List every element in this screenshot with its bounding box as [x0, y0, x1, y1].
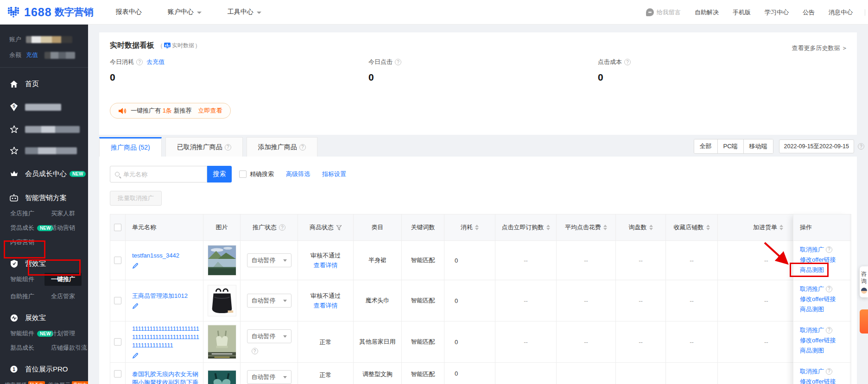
help-icon[interactable]: ?: [826, 327, 832, 334]
date-range-picker[interactable]: 2022-09-15至2022-09-15: [779, 139, 854, 153]
product-image-test-link[interactable]: 商品测图: [800, 265, 850, 275]
view-history-link[interactable]: 查看更多历史数据 ＞: [792, 44, 848, 52]
unit-name-link[interactable]: 1111111111111111111111111111111111111111…: [132, 325, 201, 350]
unit-name-link[interactable]: testfan1sss_3442: [132, 252, 179, 260]
teal-bra-photo[interactable]: [208, 370, 236, 384]
nav-account-center[interactable]: 账户中心: [168, 8, 202, 16]
product-image-test-link[interactable]: 商品测图: [800, 304, 850, 315]
sort-icon[interactable]: [546, 225, 550, 230]
row-checkbox[interactable]: [114, 297, 121, 304]
sidebar-item-self-promo[interactable]: 自助推广: [10, 292, 34, 301]
customer-service-tab[interactable]: 咨 询: [860, 266, 868, 297]
tab-promoted-products[interactable]: 推广商品 (52): [99, 137, 162, 157]
help-icon[interactable]: ?: [826, 286, 832, 292]
promo-status-select[interactable]: 自动暂停: [247, 253, 291, 267]
sidebar-section-yingxiaobao[interactable]: 营效宝: [0, 258, 88, 269]
advanced-filter-link[interactable]: 高级筛选: [286, 170, 310, 178]
sidebar-section-top-display-pro[interactable]: 1 首位展示PRO: [0, 364, 88, 374]
sidebar-item-store-manager[interactable]: 全店管家: [51, 292, 75, 301]
edit-offer-link[interactable]: 修改offer链接: [800, 255, 850, 265]
help-icon[interactable]: ?: [395, 59, 401, 65]
mountain-lake-photo[interactable]: [208, 245, 236, 276]
help-icon[interactable]: ?: [252, 348, 258, 354]
sidebar-item-redacted-1[interactable]: S: [0, 102, 88, 112]
sidebar-item-redacted-2[interactable]: [0, 124, 88, 134]
edit-pencil-icon[interactable]: [132, 263, 139, 269]
go-recharge-link[interactable]: 去充值: [146, 58, 165, 66]
help-icon[interactable]: ?: [826, 368, 832, 375]
cancel-promo-link[interactable]: 取消推广?: [800, 245, 850, 255]
view-detail-link[interactable]: 查看详情: [314, 301, 338, 310]
edit-pencil-icon[interactable]: [132, 353, 139, 359]
sidebar-item-search-display[interactable]: 搜索展播: [5, 381, 27, 384]
message-center-link[interactable]: 消息中心: [829, 8, 853, 17]
nav-report-center[interactable]: 报表中心: [116, 8, 142, 16]
sidebar-item-buyer-crowd[interactable]: 买家人群: [51, 209, 75, 218]
sidebar-item-activity-marketing[interactable]: 活动营销: [51, 224, 75, 232]
sidebar-item-smart-component-2[interactable]: 智能组件: [10, 329, 34, 338]
sort-icon[interactable]: [779, 225, 783, 230]
sidebar-item-product-growth[interactable]: 货品成长: [10, 224, 34, 232]
help-icon[interactable]: ?: [858, 143, 864, 150]
promo-status-select[interactable]: 自动暂停: [247, 294, 291, 308]
black-handbag-photo[interactable]: [208, 285, 236, 316]
help-icon[interactable]: ?: [225, 144, 231, 151]
learning-center-link[interactable]: 学习中心: [765, 8, 789, 17]
view-detail-link[interactable]: 查看详情: [314, 260, 338, 270]
batch-cancel-button[interactable]: 批量取消推广: [110, 191, 162, 206]
metric-settings-link[interactable]: 指标设置: [322, 170, 346, 178]
tab-add-products[interactable]: 添加推广商品?: [247, 137, 317, 157]
edit-offer-link[interactable]: 修改offer链接: [800, 335, 850, 346]
leave-message-link[interactable]: 给我留言: [646, 8, 681, 17]
sidebar-item-hot-product-traffic[interactable]: 店铺爆款引流: [51, 344, 87, 352]
sidebar-item-home[interactable]: 首页: [0, 79, 88, 89]
device-filter-all[interactable]: 全部: [694, 139, 718, 153]
sort-icon[interactable]: [706, 225, 710, 230]
logo[interactable]: 1688 数字营销: [6, 6, 94, 19]
mobile-version-link[interactable]: 手机版: [733, 8, 751, 17]
recommendation-banner[interactable]: 一键推广有 1条 新推荐 立即查看: [110, 103, 231, 119]
sidebar-item-member-center[interactable]: 会员成长中心 NEW: [0, 169, 88, 179]
help-icon[interactable]: ?: [279, 224, 285, 231]
promo-status-select[interactable]: 自动暂停: [247, 370, 291, 384]
unit-name-link[interactable]: 王商品管理添加1012: [132, 292, 188, 300]
select-all-checkbox[interactable]: [114, 224, 121, 231]
help-icon[interactable]: ?: [136, 59, 143, 65]
filter-funnel-icon[interactable]: [336, 225, 342, 230]
promo-status-select[interactable]: 自动暂停: [247, 329, 291, 343]
announcement-link[interactable]: 公告: [803, 8, 815, 17]
help-icon[interactable]: ?: [826, 246, 832, 253]
sidebar-section-zhanxiaobao[interactable]: 展效宝: [0, 313, 88, 323]
cancel-promo-link[interactable]: 取消推广?: [800, 325, 850, 335]
edit-pencil-icon[interactable]: [132, 303, 139, 309]
cancel-promo-link[interactable]: 取消推广?: [800, 366, 850, 377]
sidebar-section-smart-plan[interactable]: 智能营销方案: [0, 193, 88, 203]
sidebar-item-one-click-promo[interactable]: 一键推广: [44, 273, 82, 286]
device-filter-mobile[interactable]: 移动端: [744, 139, 773, 153]
unit-name-link[interactable]: 泰国乳胶无痕内衣女无钢圈小胸聚拢收副乳防下垂运动: [132, 370, 201, 384]
sidebar-item-store-promo[interactable]: 全店推广: [10, 209, 34, 218]
product-image-test-link[interactable]: 商品测图: [800, 346, 850, 356]
search-button[interactable]: 搜索: [207, 166, 232, 183]
sort-icon[interactable]: [603, 225, 607, 230]
row-checkbox[interactable]: [114, 370, 121, 378]
sidebar-item-redacted-3[interactable]: [0, 145, 88, 156]
help-icon[interactable]: ?: [299, 144, 306, 151]
exact-search-checkbox[interactable]: [239, 170, 247, 178]
help-icon[interactable]: ?: [624, 59, 631, 65]
sidebar-item-smart-component[interactable]: 智能组件: [10, 275, 34, 283]
sort-icon[interactable]: [649, 225, 653, 230]
sort-icon[interactable]: [475, 225, 479, 230]
cancel-promo-link[interactable]: 取消推广?: [800, 284, 850, 294]
edit-offer-link[interactable]: 修改offer链接: [800, 377, 850, 384]
row-checkbox[interactable]: [114, 338, 121, 346]
green-sports-bra-photo[interactable]: [208, 325, 236, 359]
tab-cancelled-products[interactable]: 已取消推广商品?: [165, 137, 243, 157]
self-help-link[interactable]: 自助解决: [695, 8, 719, 17]
view-now-link[interactable]: 立即查看: [198, 107, 222, 115]
sidebar-item-content-marketing[interactable]: 内容营销: [10, 238, 34, 246]
edit-offer-link[interactable]: 修改offer链接: [800, 294, 850, 304]
device-filter-pc[interactable]: PC端: [718, 139, 744, 153]
recharge-link[interactable]: 充值: [26, 51, 38, 59]
service-orange-tab[interactable]: [860, 309, 868, 334]
